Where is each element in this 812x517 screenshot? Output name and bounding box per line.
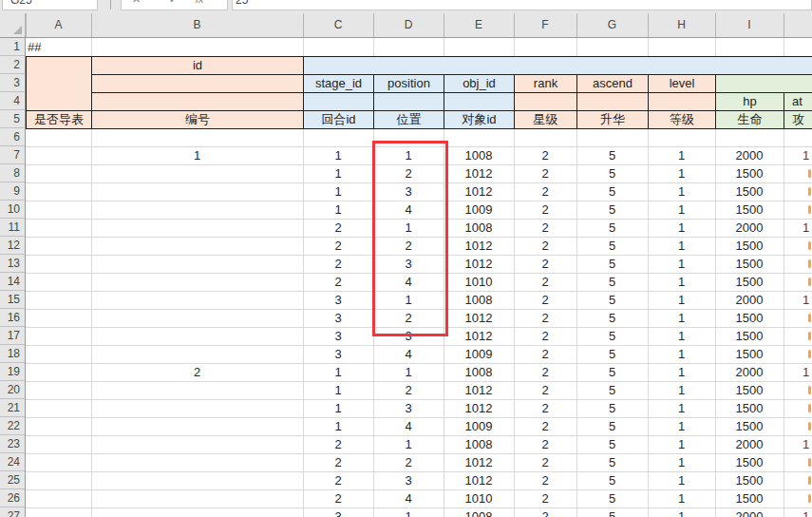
cell-C23[interactable]: 2 xyxy=(303,435,373,453)
row-header-25[interactable]: 25 xyxy=(0,471,25,489)
cell-J14-partial[interactable] xyxy=(808,278,811,286)
cell-F24[interactable]: 2 xyxy=(514,453,576,471)
cell-F8[interactable]: 2 xyxy=(514,164,576,182)
cell-B7[interactable]: 1 xyxy=(91,146,303,164)
cell-H25[interactable]: 1 xyxy=(648,471,715,489)
cell-E19[interactable]: 1008 xyxy=(444,363,514,381)
cell-H14[interactable]: 1 xyxy=(648,273,715,291)
column-header-G[interactable]: G xyxy=(576,13,648,37)
cell-C27[interactable]: 3 xyxy=(303,507,373,517)
cell-D24[interactable]: 2 xyxy=(373,453,444,471)
cell-I14[interactable]: 1500 xyxy=(715,273,784,291)
cell-G20[interactable]: 5 xyxy=(576,381,648,399)
cell-H13[interactable]: 1 xyxy=(648,255,715,273)
cell-E15[interactable]: 1008 xyxy=(444,291,514,309)
cell-C24[interactable]: 2 xyxy=(303,453,373,471)
header-cell-B4[interactable] xyxy=(91,92,304,111)
row-header-7[interactable]: 7 xyxy=(0,146,25,164)
cell-J11[interactable]: 1 xyxy=(784,219,812,237)
enter-icon[interactable]: ✓ xyxy=(169,0,178,6)
cell-G17[interactable]: 5 xyxy=(576,327,648,345)
cell-E14[interactable]: 1010 xyxy=(444,273,514,291)
cell-G22[interactable]: 5 xyxy=(576,417,648,435)
header-cell-D5[interactable]: 位置 xyxy=(373,110,444,129)
header-cell-I3[interactable] xyxy=(715,74,812,93)
column-header-D[interactable]: D xyxy=(373,13,444,37)
header-cell-H5[interactable]: 等级 xyxy=(648,110,716,129)
row-header-18[interactable]: 18 xyxy=(0,345,25,363)
cell-G27[interactable]: 5 xyxy=(576,507,648,517)
cell-H7[interactable]: 1 xyxy=(648,146,715,164)
cell-C7[interactable]: 1 xyxy=(303,146,373,164)
cell-J26-partial[interactable] xyxy=(808,494,811,503)
cell-G7[interactable]: 5 xyxy=(576,146,648,164)
cell-G11[interactable]: 5 xyxy=(576,219,648,237)
select-all-corner[interactable] xyxy=(0,13,26,37)
header-cell-G3[interactable]: ascend xyxy=(576,74,649,93)
cell-G21[interactable]: 5 xyxy=(576,399,648,417)
cell-J16-partial[interactable] xyxy=(808,314,811,322)
cell-H12[interactable]: 1 xyxy=(648,237,715,255)
cell-E20[interactable]: 1012 xyxy=(444,381,514,399)
cell-F7[interactable]: 2 xyxy=(514,146,576,164)
column-header-A[interactable]: A xyxy=(26,13,91,37)
cell-E9[interactable]: 1012 xyxy=(444,182,514,201)
cell-G10[interactable]: 5 xyxy=(576,201,648,219)
name-box[interactable]: G25 xyxy=(2,0,98,10)
row-header-6[interactable]: 6 xyxy=(0,128,25,146)
cell-C22[interactable]: 1 xyxy=(303,417,373,435)
cell-I10[interactable]: 1500 xyxy=(715,201,784,219)
cell-J25-partial[interactable] xyxy=(808,476,811,485)
cell-H8[interactable]: 1 xyxy=(648,164,715,182)
header-cell-C3[interactable]: stage_id xyxy=(303,74,374,93)
cell-F18[interactable]: 2 xyxy=(514,345,576,363)
row-header-24[interactable]: 24 xyxy=(0,453,25,471)
cell-E24[interactable]: 1012 xyxy=(444,453,514,471)
cell-F12[interactable]: 2 xyxy=(514,237,576,255)
header-cell-F5[interactable]: 星级 xyxy=(514,110,577,129)
cell-E13[interactable]: 1012 xyxy=(444,255,514,273)
cell-E18[interactable]: 1009 xyxy=(444,345,514,363)
header-cell-I4[interactable]: hp xyxy=(715,92,784,111)
cell-D23[interactable]: 1 xyxy=(373,435,444,453)
cell-H27[interactable]: 1 xyxy=(648,507,715,517)
cell-C21[interactable]: 1 xyxy=(303,399,373,417)
cell-J10-partial[interactable] xyxy=(808,205,811,214)
cell-C15[interactable]: 3 xyxy=(303,291,373,309)
header-cell-B3[interactable] xyxy=(91,74,304,93)
cell-J13-partial[interactable] xyxy=(808,259,811,268)
cell-H15[interactable]: 1 xyxy=(648,291,715,309)
header-cell-I5[interactable]: 生命 xyxy=(715,110,784,129)
cell-I24[interactable]: 1500 xyxy=(715,453,784,471)
header-cell-G4[interactable] xyxy=(576,92,649,111)
cell-J18-partial[interactable] xyxy=(808,350,811,358)
header-cell-C4[interactable] xyxy=(303,92,374,111)
cell-C13[interactable]: 2 xyxy=(303,255,373,273)
cell-I7[interactable]: 2000 xyxy=(715,146,784,164)
header-cell-F4[interactable] xyxy=(514,92,577,111)
row-header-4[interactable]: 4 xyxy=(0,92,25,110)
cell-J27[interactable]: 1 xyxy=(784,507,812,517)
cell-J20-partial[interactable] xyxy=(808,386,811,394)
cell-J22-partial[interactable] xyxy=(808,422,811,431)
cell-I20[interactable]: 1500 xyxy=(715,381,784,399)
cell-G14[interactable]: 5 xyxy=(576,273,648,291)
cell-E25[interactable]: 1012 xyxy=(444,471,514,489)
cell-H19[interactable]: 1 xyxy=(648,363,715,381)
row-header-12[interactable]: 12 xyxy=(0,237,25,255)
header-cell-D3[interactable]: position xyxy=(373,74,444,93)
header-cell-C2[interactable] xyxy=(303,56,812,75)
row-header-22[interactable]: 22 xyxy=(0,417,25,435)
column-header-I[interactable]: I xyxy=(715,13,784,37)
cell-F25[interactable]: 2 xyxy=(514,471,576,489)
cell-D19[interactable]: 1 xyxy=(373,363,444,381)
cell-G9[interactable]: 5 xyxy=(576,182,648,201)
cell-C10[interactable]: 1 xyxy=(303,201,373,219)
cell-I8[interactable]: 1500 xyxy=(715,164,784,182)
header-cell-E3[interactable]: obj_id xyxy=(444,74,515,93)
cell-J15[interactable]: 1 xyxy=(784,291,812,309)
cell-C8[interactable]: 1 xyxy=(303,164,373,182)
cell-H20[interactable]: 1 xyxy=(648,381,715,399)
cell-I22[interactable]: 1500 xyxy=(715,417,784,435)
cell-C20[interactable]: 1 xyxy=(303,381,373,399)
